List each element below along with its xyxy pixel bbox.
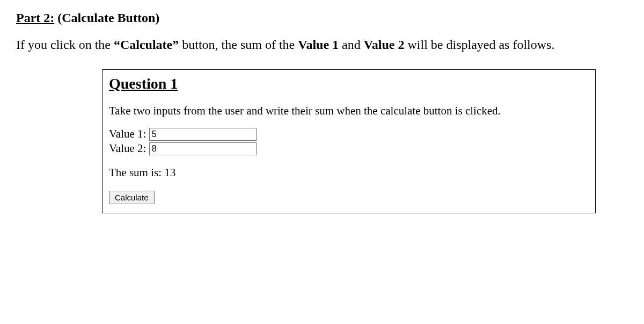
example-box: Question 1 Take two inputs from the user… (102, 69, 596, 213)
section-heading: Part 2: (Calculate Button) (16, 11, 628, 25)
section-heading-rest: (Calculate Button) (54, 11, 159, 25)
value1-label: Value 1: (109, 127, 149, 141)
result-text: The sum is: 13 (109, 166, 589, 179)
value1-input[interactable] (149, 128, 257, 141)
question-title: Question 1 (109, 75, 589, 92)
question-instruction: Take two inputs from the user and write … (109, 104, 589, 118)
section-heading-part: Part 2: (16, 11, 54, 25)
value2-label: Value 2: (109, 142, 149, 155)
calculate-button[interactable]: Calculate (109, 191, 155, 204)
value2-row: Value 2: (109, 142, 589, 155)
section-description: If you click on the “Calculate” button, … (16, 35, 628, 54)
value2-input[interactable] (149, 142, 257, 155)
value1-row: Value 1: (109, 127, 589, 141)
